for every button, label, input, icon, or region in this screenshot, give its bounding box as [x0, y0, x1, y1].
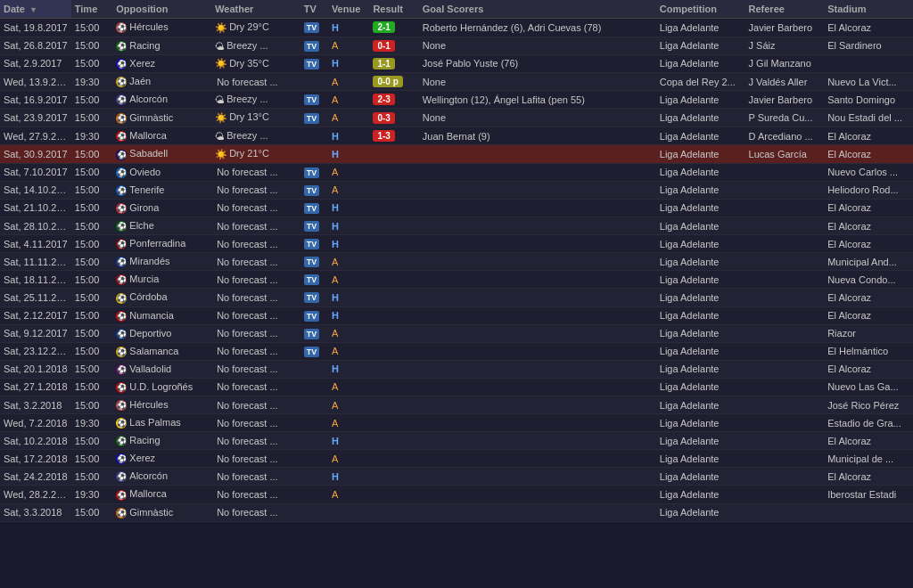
table-row[interactable]: Sat, 27.1.201815:00⚽U.D. LogroñésNo fore… [0, 378, 913, 396]
cell-date: Sat, 10.2.2018 [0, 432, 71, 450]
header-time[interactable]: Time [71, 0, 113, 19]
cell-weather: No forecast ... [211, 414, 300, 432]
table-row[interactable]: Sat, 23.12.201715:00⚽SalamancaNo forecas… [0, 342, 913, 360]
cell-opposition: ⚽Deportivo [112, 324, 211, 342]
table-row[interactable]: Sat, 3.2.201815:00⚽HérculesNo forecast .… [0, 396, 913, 413]
cell-competition: Liga Adelante [656, 271, 745, 289]
cell-opposition: ⚽Tenerife [112, 181, 211, 199]
cell-date: Sat, 23.12.2017 [0, 342, 71, 360]
cell-venue: H [328, 235, 370, 253]
tv-badge: TV [304, 274, 320, 285]
cell-scorers [419, 414, 656, 432]
cell-tv [300, 503, 328, 521]
cell-opposition: ⚽Alcorcón [112, 468, 211, 486]
table-row[interactable]: Wed, 27.9.201719:30⚽Mallorca🌤Breezy ...H… [0, 127, 913, 145]
cell-time: 15:00 [71, 342, 113, 360]
cell-stadium: José Rico Pérez [824, 396, 913, 413]
header-competition[interactable]: Competition [656, 0, 745, 19]
cell-time: 15:00 [71, 217, 113, 235]
venue-indicator: A [332, 167, 338, 177]
cell-weather: No forecast ... [211, 306, 300, 324]
venue-indicator: A [332, 184, 338, 195]
cell-competition: Liga Adelante [656, 253, 745, 271]
cell-venue: A [328, 253, 370, 271]
team-icon: ⚽ [116, 311, 127, 322]
cell-date: Sat, 4.11.2017 [0, 235, 71, 253]
table-row[interactable]: Sat, 24.2.201815:00⚽AlcorcónNo forecast … [0, 468, 913, 486]
header-weather[interactable]: Weather [211, 0, 300, 19]
table-row[interactable]: Wed, 28.2.201819:30⚽MallorcaNo forecast … [0, 486, 913, 503]
table-row[interactable]: Wed, 7.2.201819:30⚽Las PalmasNo forecast… [0, 414, 913, 432]
fixtures-table-container[interactable]: Date ▼ Time Opposition Weather TV Venue … [0, 0, 913, 588]
cell-tv [300, 396, 328, 413]
cell-venue: A [328, 271, 370, 289]
cell-competition: Liga Adelante [656, 342, 745, 360]
cell-tv: TV [300, 37, 328, 54]
table-row[interactable]: Sat, 7.10.201715:00⚽OviedoNo forecast ..… [0, 163, 913, 181]
header-tv[interactable]: TV [300, 0, 328, 19]
weather-text: No forecast ... [217, 363, 277, 374]
result-badge: 0-3 [373, 112, 394, 124]
table-row[interactable]: Sat, 28.10.201715:00⚽ElcheNo forecast ..… [0, 217, 913, 235]
table-row[interactable]: Sat, 16.9.201715:00⚽Alcorcón🌤Breezy ...T… [0, 91, 913, 109]
header-venue[interactable]: Venue [328, 0, 370, 19]
cell-competition: Liga Adelante [656, 19, 745, 37]
weather-text: No forecast ... [217, 184, 277, 195]
weather-icon: 🌤 [215, 94, 225, 105]
header-stadium[interactable]: Stadium [824, 0, 913, 19]
result-badge: 1-3 [373, 130, 394, 142]
table-row[interactable]: Sat, 10.2.201815:00⚽RacingNo forecast ..… [0, 432, 913, 450]
weather-text: No forecast ... [217, 346, 277, 356]
table-row[interactable]: Sat, 14.10.201715:00⚽TenerifeNo forecast… [0, 181, 913, 199]
venue-indicator: H [332, 149, 339, 159]
cell-tv [300, 432, 328, 450]
table-row[interactable]: Sat, 20.1.201815:00⚽ValladolidNo forecas… [0, 360, 913, 378]
table-row[interactable]: Sat, 11.11.201715:00⚽MirandésNo forecast… [0, 253, 913, 271]
table-row[interactable]: Sat, 30.9.201715:00⚽Sabadell☀️Dry 21°CHL… [0, 145, 913, 164]
tv-badge: TV [304, 167, 320, 178]
header-referee[interactable]: Referee [745, 0, 825, 19]
table-row[interactable]: Sat, 4.11.201715:00⚽PonferradinaNo forec… [0, 235, 913, 253]
cell-referee [745, 199, 825, 216]
table-row[interactable]: Sat, 2.9.201715:00⚽Xerez☀️Dry 35°CTVH1-1… [0, 54, 913, 73]
cell-referee: Javier Barbero [745, 19, 825, 37]
header-scorers[interactable]: Goal Scorers [419, 0, 656, 19]
team-icon: ⚽ [116, 453, 127, 464]
cell-scorers [419, 324, 656, 342]
table-row[interactable]: Sat, 21.10.201715:00⚽GironaNo forecast .… [0, 199, 913, 216]
team-name: Numancia [129, 310, 174, 321]
cell-scorers [419, 163, 656, 181]
header-date[interactable]: Date ▼ [0, 0, 71, 19]
tv-badge: TV [304, 257, 320, 267]
table-row[interactable]: Sat, 17.2.201815:00⚽XerezNo forecast ...… [0, 450, 913, 468]
cell-result [369, 145, 418, 164]
team-icon: ⚽ [116, 239, 127, 249]
cell-weather: No forecast ... [211, 486, 300, 503]
team-name: Elche [129, 220, 154, 231]
tv-badge: TV [304, 221, 320, 232]
header-opposition[interactable]: Opposition [112, 0, 211, 19]
table-row[interactable]: Sat, 26.8.201715:00⚽Racing🌤Breezy ...TVA… [0, 37, 913, 54]
cell-weather: 🌤Breezy ... [211, 37, 300, 54]
cell-time: 15:00 [71, 432, 113, 450]
table-row[interactable]: Sat, 2.12.201715:00⚽NumanciaNo forecast … [0, 306, 913, 324]
cell-time: 15:00 [71, 91, 113, 109]
cell-referee [745, 414, 825, 432]
cell-competition: Liga Adelante [656, 396, 745, 413]
fixtures-table: Date ▼ Time Opposition Weather TV Venue … [0, 0, 913, 522]
table-row[interactable]: Sat, 3.3.201815:00⚽GimnàsticNo forecast … [0, 503, 913, 521]
table-row[interactable]: Sat, 9.12.201715:00⚽DeportivoNo forecast… [0, 324, 913, 342]
table-row[interactable]: Sat, 19.8.201715:00⚽Hércules☀️Dry 29°CTV… [0, 19, 913, 37]
table-row[interactable]: Wed, 13.9.201719:30⚽JaénNo forecast ...A… [0, 73, 913, 91]
cell-time: 15:00 [71, 163, 113, 181]
cell-stadium: El Alcoraz [824, 217, 913, 235]
header-result[interactable]: Result [369, 0, 418, 19]
cell-competition: Liga Adelante [656, 450, 745, 468]
cell-venue: H [328, 468, 370, 486]
table-row[interactable]: Sat, 25.11.201715:00⚽CórdobaNo forecast … [0, 289, 913, 306]
table-row[interactable]: Sat, 18.11.201715:00⚽MurciaNo forecast .… [0, 271, 913, 289]
cell-opposition: ⚽Racing [112, 37, 211, 54]
table-row[interactable]: Sat, 23.9.201715:00⚽Gimnàstic☀️Dry 13°CT… [0, 109, 913, 127]
weather-text: Dry 29°C [229, 21, 269, 32]
cell-scorers [419, 217, 656, 235]
